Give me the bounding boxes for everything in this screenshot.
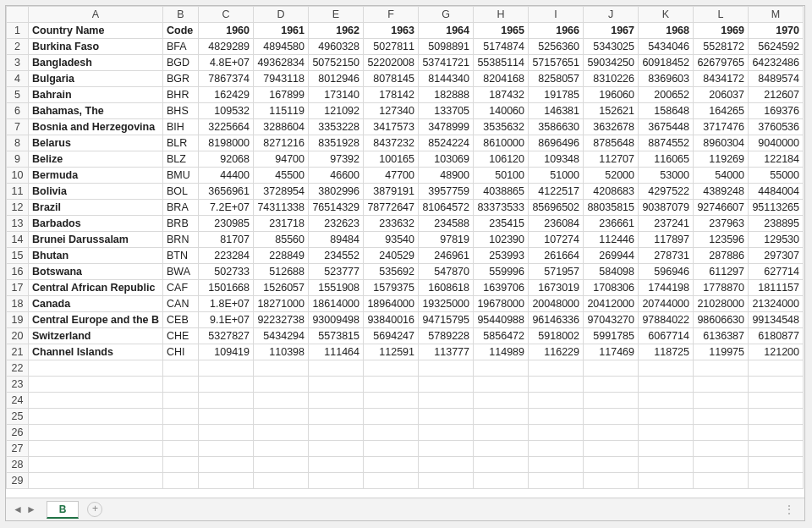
cell-value[interactable]: 3656961 [199,184,254,200]
cell-country-code[interactable]: BHS [163,103,199,119]
row-header-29[interactable]: 29 [7,473,29,489]
table-row[interactable]: 15BhutanBTN22328422884923455224052924696… [7,248,804,264]
column-header-row[interactable]: A B C D E F G H I J K L M [7,7,804,23]
cell-empty[interactable] [254,393,309,409]
cell-value[interactable]: 196060 [584,87,639,103]
cell-country-code[interactable]: BTN [163,248,199,264]
cell-value[interactable]: 1551908 [309,280,364,296]
cell-value[interactable]: 9040000 [749,135,804,151]
col-header-F[interactable]: F [364,7,419,23]
cell-empty[interactable] [419,441,474,457]
cell-value[interactable]: 109532 [199,103,254,119]
cell-value[interactable]: 559996 [474,264,529,280]
table-row[interactable]: 17Central African RepublicCAF15016681526… [7,280,804,296]
cell-value[interactable]: 234552 [309,248,364,264]
cell-value[interactable]: 119269 [694,151,749,168]
cell-empty[interactable] [529,393,584,409]
cell-value[interactable]: 233632 [364,216,419,232]
row-header-7[interactable]: 7 [7,119,29,135]
cell-value[interactable]: 107274 [529,232,584,248]
col-header-I[interactable]: I [529,7,584,23]
table-row[interactable]: 5BahrainBHR16242916789917314017814218288… [7,87,804,103]
row-header-8[interactable]: 8 [7,135,29,151]
cell-value[interactable]: 5624592 [749,39,804,55]
cell-value[interactable]: 5789228 [419,328,474,344]
cell-value[interactable]: 53741721 [419,55,474,71]
cell-value[interactable]: 8198000 [199,135,254,151]
cell-value[interactable]: 3632678 [584,119,639,135]
cell-empty[interactable] [29,473,163,489]
cell-value[interactable]: 3478999 [419,119,474,135]
col-header-A[interactable]: A [29,7,163,23]
cell-empty[interactable] [29,377,163,393]
cell-empty[interactable] [364,425,419,441]
col-header-K[interactable]: K [639,7,694,23]
cell-empty[interactable] [749,393,804,409]
cell-empty[interactable] [694,473,749,489]
row-header-25[interactable]: 25 [7,409,29,425]
cell-value[interactable]: 162429 [199,87,254,103]
cell-value[interactable]: 278731 [639,248,694,264]
cell-value[interactable]: 123596 [694,232,749,248]
cell-value[interactable]: 118725 [639,344,694,360]
cell-value[interactable]: 96146336 [529,312,584,328]
cell-value[interactable]: 94715795 [419,312,474,328]
cell-value[interactable]: 45500 [254,168,309,184]
row-header-28[interactable]: 28 [7,457,29,473]
cell-value[interactable]: 178142 [364,87,419,103]
cell-value[interactable]: 112591 [364,344,419,360]
cell-value[interactable]: 627714 [749,264,804,280]
cell-value[interactable]: 6067714 [639,328,694,344]
cell-value[interactable]: 100165 [364,151,419,168]
cell-value[interactable]: 3957759 [419,184,474,200]
cell-value[interactable]: 55000 [749,168,804,184]
cell-year-1970[interactable]: 1970 [749,23,804,39]
cell-country-code[interactable]: BOL [163,184,199,200]
cell-value[interactable]: 51000 [529,168,584,184]
cell-value[interactable]: 9.1E+07 [199,312,254,328]
row-header-21[interactable]: 21 [7,344,29,360]
cell-value[interactable]: 92746607 [694,200,749,216]
table-row[interactable]: 8BelarusBLR81980008271216835192884372328… [7,135,804,151]
cell-value[interactable]: 20412000 [584,296,639,312]
col-header-D[interactable]: D [254,7,309,23]
cell-value[interactable]: 5991785 [584,328,639,344]
cell-empty[interactable] [163,457,199,473]
cell-value[interactable]: 4208683 [584,184,639,200]
cell-country-name[interactable]: Bermuda [29,168,163,184]
cell-value[interactable]: 97043270 [584,312,639,328]
cell-country-code[interactable]: CAN [163,296,199,312]
cell-empty[interactable] [364,457,419,473]
cell-value[interactable]: 7943118 [254,71,309,87]
cell-country-name[interactable]: Brunei Darussalam [29,232,163,248]
cell-empty[interactable] [419,393,474,409]
cell-value[interactable]: 3353228 [309,119,364,135]
cell-value[interactable]: 74311338 [254,200,309,216]
cell-value[interactable]: 535692 [364,264,419,280]
cell-empty[interactable] [29,393,163,409]
cell-value[interactable]: 4894580 [254,39,309,55]
cell-value[interactable]: 48900 [419,168,474,184]
cell-country-code[interactable]: BRB [163,216,199,232]
cell-value[interactable]: 140060 [474,103,529,119]
spreadsheet-grid[interactable]: A B C D E F G H I J K L M 1Country NameC… [6,6,804,489]
cell-value[interactable]: 19678000 [474,296,529,312]
cell-country-code[interactable]: BRA [163,200,199,216]
cell-value[interactable]: 90387079 [639,200,694,216]
cell-value[interactable]: 297307 [749,248,804,264]
cell-empty[interactable] [419,360,474,377]
cell-value[interactable]: 89484 [309,232,364,248]
cell-empty[interactable] [254,473,309,489]
row-header-10[interactable]: 10 [7,168,29,184]
cell-value[interactable]: 5343025 [584,39,639,55]
cell-value[interactable]: 109348 [529,151,584,168]
cell-value[interactable]: 1708306 [584,280,639,296]
cell-value[interactable]: 93009498 [309,312,364,328]
cell-value[interactable]: 81707 [199,232,254,248]
cell-value[interactable]: 6136387 [694,328,749,344]
cell-value[interactable]: 200652 [639,87,694,103]
cell-value[interactable]: 127340 [364,103,419,119]
table-row[interactable]: 18CanadaCAN1.8E+071827100018614000189640… [7,296,804,312]
cell-empty[interactable] [529,409,584,425]
cell-country-code[interactable]: BMU [163,168,199,184]
